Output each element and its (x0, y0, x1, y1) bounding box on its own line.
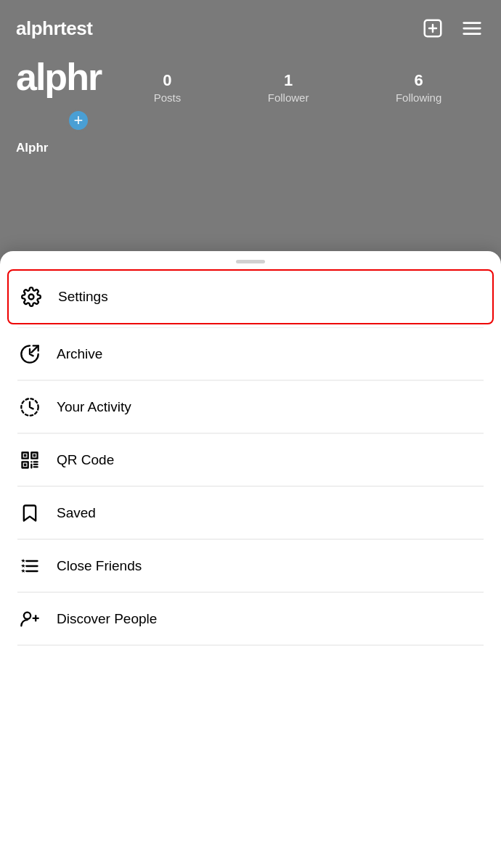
top-nav: alphrtest (0, 0, 501, 51)
discover-label: Discover People (57, 611, 157, 627)
menu-item-activity[interactable]: Your Activity (0, 381, 501, 433)
posts-label: Posts (154, 91, 182, 104)
following-label: Following (396, 91, 441, 104)
svg-rect-11 (24, 454, 27, 457)
discover-people-icon (17, 607, 42, 631)
profile-info: alphr + 0 Posts 1 Follower 6 Following (0, 51, 501, 131)
sheet-handle (236, 260, 265, 263)
stat-following[interactable]: 6 Following (396, 71, 441, 104)
posts-count: 0 (163, 71, 171, 90)
menu-icon[interactable] (459, 15, 485, 41)
profile-name: Alphr (0, 131, 501, 155)
svg-rect-13 (24, 464, 27, 467)
profile-background: alphrtest (0, 0, 501, 261)
menu-item-saved[interactable]: Saved (0, 487, 501, 539)
saved-label: Saved (57, 505, 96, 521)
close-friends-label: Close Friends (57, 558, 142, 574)
username: alphrtest (16, 17, 92, 40)
menu-item-archive[interactable]: Archive (0, 328, 501, 380)
svg-point-28 (24, 613, 30, 619)
svg-text:★: ★ (21, 568, 25, 573)
menu-item-settings[interactable]: Settings (7, 269, 494, 324)
svg-rect-12 (33, 454, 36, 457)
avatar-plus-button[interactable]: + (67, 109, 90, 132)
qr-code-icon (17, 448, 42, 472)
archive-icon (17, 342, 42, 367)
nav-icons (420, 15, 485, 41)
stat-followers[interactable]: 1 Follower (268, 71, 309, 104)
activity-label: Your Activity (57, 399, 131, 415)
qr-label: QR Code (57, 452, 114, 468)
close-friends-icon: ★ ★ ★ (17, 554, 42, 578)
followers-count: 1 (284, 71, 293, 90)
bookmark-icon (17, 501, 42, 525)
followers-label: Follower (268, 91, 309, 104)
new-post-icon[interactable] (420, 15, 446, 41)
following-count: 6 (414, 71, 423, 90)
menu-item-close-friends[interactable]: ★ ★ ★ Close Friends (0, 540, 501, 592)
svg-point-6 (29, 295, 34, 300)
menu-item-discover[interactable]: Discover People (0, 593, 501, 645)
svg-text:★: ★ (21, 563, 25, 568)
username-area[interactable]: alphrtest (16, 17, 97, 40)
stats-area: 0 Posts 1 Follower 6 Following (110, 71, 485, 104)
avatar[interactable]: alphr + (16, 58, 89, 131)
activity-icon (17, 395, 42, 419)
bottom-sheet: Settings Archive Your Activity (0, 251, 501, 868)
avatar-text: alphr (16, 56, 101, 98)
archive-label: Archive (57, 346, 102, 362)
menu-item-qr[interactable]: QR Code (0, 434, 501, 486)
gear-icon (19, 284, 44, 309)
divider-7 (17, 645, 484, 646)
svg-text:★: ★ (21, 558, 25, 563)
stat-posts[interactable]: 0 Posts (154, 71, 182, 104)
settings-label: Settings (58, 289, 108, 305)
